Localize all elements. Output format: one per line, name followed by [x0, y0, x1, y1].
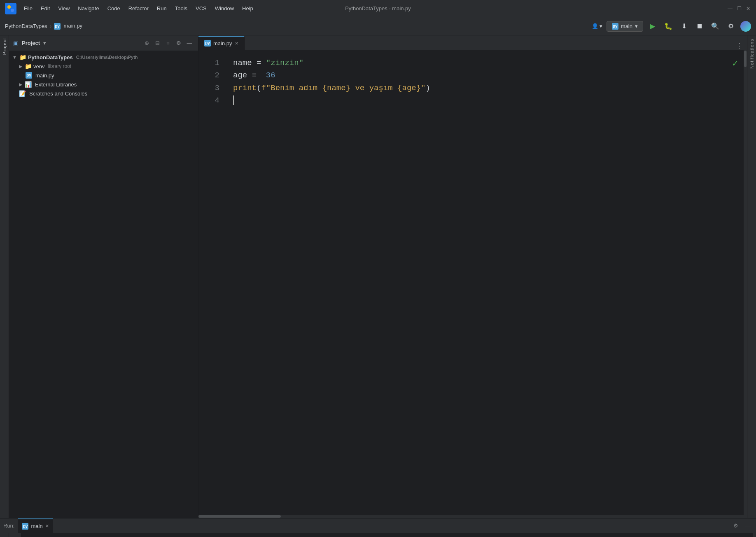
code-line-4[interactable]: [233, 94, 737, 107]
profile-button[interactable]: 👤 ▾: [591, 20, 603, 33]
tree-scratches[interactable]: 📝 Scratches and Consoles: [16, 89, 198, 98]
run-settings-icon[interactable]: ⚙: [731, 521, 740, 530]
tree-root[interactable]: ▼ 📁 PythonDataTypes C:\Users\yilma\Deskt…: [9, 53, 198, 62]
code-line-3: print(f"Benim adım {name} ve yaşım {age}…: [233, 82, 737, 94]
run-tab-label: main: [31, 523, 42, 529]
breadcrumb: PythonDataTypes › py main.py: [5, 23, 82, 30]
menu-view[interactable]: View: [55, 4, 73, 13]
run-config-button[interactable]: py main ▾: [607, 21, 643, 32]
menu-window[interactable]: Window: [212, 4, 237, 13]
ext-lib-arrow: ▶: [19, 82, 22, 87]
menu-code[interactable]: Code: [104, 4, 124, 13]
line-num-2: 2: [205, 69, 219, 81]
tab-bar: py main.py ✕ ⋮: [198, 35, 747, 50]
run-tab-py-icon: py: [22, 523, 28, 530]
run-tools: ▶ ↑ ↓ ⏹ ↻ ⬇ 🖨 🗑 📌: [9, 533, 21, 537]
panel-btn-add[interactable]: ⊕: [142, 39, 151, 48]
window-title: PythonDataTypes - main.py: [345, 5, 411, 12]
mainpy-label: main.py: [35, 72, 54, 79]
mainpy-icon: py: [26, 72, 32, 79]
tab-more-button[interactable]: ⋮: [732, 42, 747, 50]
project-panel: ▣ Project ▾ ⊕ ⊟ ≡ ⚙ — ▼ 📁 PythonDataType…: [9, 35, 198, 518]
scratches-label: Scratches and Consoles: [29, 91, 87, 97]
menu-tools[interactable]: Tools: [172, 4, 191, 13]
panel-header: ▣ Project ▾ ⊕ ⊟ ≡ ⚙ —: [9, 35, 198, 51]
line-num-4: 4: [205, 94, 219, 107]
maximize-button[interactable]: ❐: [736, 6, 742, 12]
menu-file[interactable]: File: [21, 4, 36, 13]
scratches-icon: 📝: [19, 90, 26, 97]
menu-navigate[interactable]: Navigate: [75, 4, 102, 13]
run-minimize-icon[interactable]: —: [744, 521, 753, 530]
line-numbers: 1 2 3 4: [198, 50, 223, 515]
run-tab-close[interactable]: ✕: [45, 523, 49, 529]
menu-run[interactable]: Run: [154, 4, 170, 13]
panel-btn-gear[interactable]: ⚙: [174, 39, 183, 48]
code-line-2: age = 36: [233, 69, 737, 81]
settings-button[interactable]: ⚙: [725, 20, 737, 33]
run-py-icon: py: [612, 23, 618, 30]
stop-button[interactable]: ⏹: [693, 20, 706, 33]
venv-label: venv: [33, 63, 44, 70]
tab-close-button[interactable]: ✕: [235, 41, 238, 46]
venv-arrow: ▶: [19, 64, 22, 69]
menu-help[interactable]: Help: [239, 4, 257, 13]
run-tab-main[interactable]: py main ✕: [18, 518, 53, 533]
run-scrollbar[interactable]: [753, 533, 756, 537]
editor-content: 1 2 3 4 name = "zinzin" age = 36 print(f…: [198, 50, 747, 515]
root-folder-icon: 📁: [19, 54, 26, 60]
menu-refactor[interactable]: Refactor: [125, 4, 152, 13]
scrollbar-h-thumb: [198, 515, 281, 518]
breadcrumb-project[interactable]: PythonDataTypes: [5, 23, 47, 29]
run-panel-settings: ⚙ —: [731, 521, 753, 530]
run-button[interactable]: ▶: [646, 20, 659, 33]
run-label: Run:: [3, 523, 14, 529]
panel-btn-settings[interactable]: ≡: [163, 39, 173, 48]
panel-btn-minimize[interactable]: —: [185, 39, 194, 48]
tree-item-mainpy[interactable]: py main.py: [22, 71, 198, 80]
title-bar: File Edit View Navigate Code Refactor Ru…: [0, 0, 756, 17]
profile-avatar[interactable]: [740, 21, 751, 32]
line-num-3: 3: [205, 82, 219, 94]
panel-btn-collapse[interactable]: ⊟: [153, 39, 162, 48]
code-line-1: name = "zinzin": [233, 57, 737, 69]
run-body: Structure Bookmarks ▶ ↑ ↓ ⏹ ↻ ⬇ 🖨 🗑 📌 C:…: [0, 533, 756, 537]
run-panel: Run: py main ✕ ⚙ — Structure Bookmarks ▶…: [0, 518, 756, 537]
scrollbar-h[interactable]: [198, 515, 747, 518]
venv-sub: library root: [48, 63, 71, 69]
menu-vcs[interactable]: VCS: [192, 4, 210, 13]
tree-external-libraries[interactable]: ▶ 📊 External Libraries: [16, 80, 198, 89]
root-label: PythonDataTypes: [28, 54, 73, 60]
run-panel-header: Run: py main ✕ ⚙ —: [0, 518, 756, 533]
breadcrumb-file[interactable]: py main.py: [54, 23, 82, 30]
app-logo: [5, 3, 16, 14]
venv-folder-icon: 📁: [25, 63, 32, 70]
search-button[interactable]: 🔍: [709, 20, 721, 33]
code-editor[interactable]: name = "zinzin" age = 36 print(f"Benim a…: [223, 50, 747, 515]
panel-dropdown-icon[interactable]: ▾: [43, 40, 46, 46]
menu-edit[interactable]: Edit: [37, 4, 53, 13]
tree-item-venv[interactable]: ▶ 📁 venv library root: [16, 62, 198, 71]
tab-py-icon: py: [204, 40, 211, 46]
root-arrow: ▼: [12, 55, 17, 60]
file-py-icon: py: [54, 23, 61, 30]
run-config-dropdown-icon: ▾: [635, 23, 638, 29]
ext-lib-label: External Libraries: [35, 81, 77, 88]
scrollbar-v-thumb: [744, 51, 747, 67]
svg-point-2: [11, 9, 14, 12]
editor-tab-mainpy[interactable]: py main.py ✕: [198, 36, 245, 50]
coverage-button[interactable]: ⬇: [678, 20, 690, 33]
notifications-panel: Notifications: [747, 35, 756, 518]
ext-lib-icon: 📊: [25, 81, 32, 88]
project-tree: ▼ 📁 PythonDataTypes C:\Users\yilma\Deskt…: [9, 51, 198, 518]
svg-point-1: [7, 5, 11, 9]
minimize-button[interactable]: —: [727, 6, 733, 12]
run-output: C:\Users\yilma\Desktop\PythonDataTypes\v…: [21, 533, 753, 537]
tab-label: main.py: [213, 40, 232, 46]
notifications-label[interactable]: Notifications: [749, 39, 754, 69]
close-button[interactable]: ✕: [745, 6, 751, 12]
debug-button[interactable]: 🐛: [662, 20, 674, 33]
sidebar-label-project[interactable]: Project: [2, 38, 7, 55]
nav-toolbar: 👤 ▾ py main ▾ ▶ 🐛 ⬇ ⏹ 🔍 ⚙: [591, 20, 751, 33]
scrollbar-v[interactable]: [744, 50, 747, 515]
